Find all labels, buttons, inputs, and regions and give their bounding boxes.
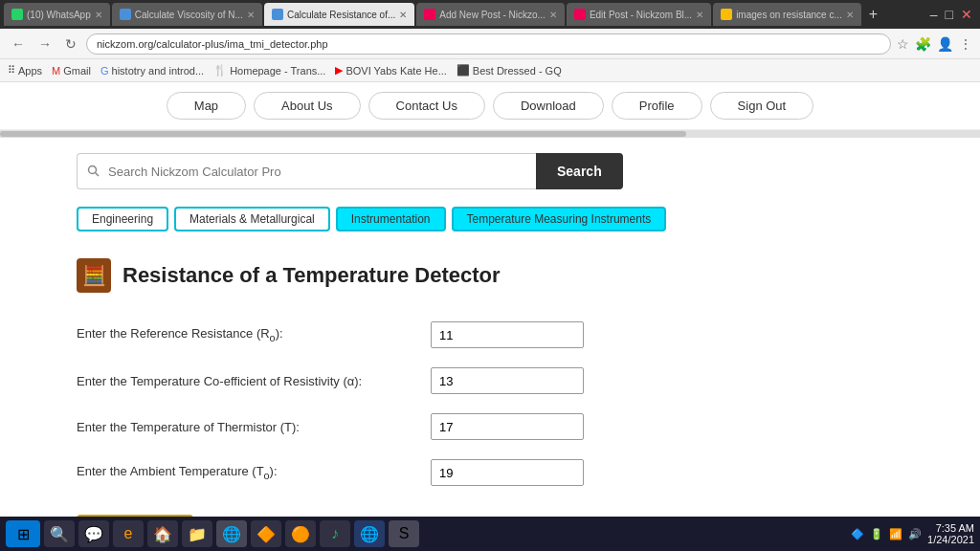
address-bar[interactable] — [86, 33, 891, 55]
profile-icon[interactable]: 👤 — [937, 36, 953, 52]
nav-map[interactable]: Map — [167, 92, 246, 120]
thermistor-temp-label: Enter the Temperature of Thermistor (T): — [77, 420, 431, 434]
taskbar-spotify[interactable]: ♪ — [320, 520, 350, 547]
tab-whatsapp[interactable]: (10) WhatsApp ✕ — [4, 3, 110, 26]
bluetooth-icon: 🔷 — [851, 528, 864, 540]
tab-close-icon[interactable]: ✕ — [549, 10, 557, 20]
taskbar-chrome2[interactable]: 🌐 — [354, 520, 385, 547]
tab-calc2[interactable]: Calculate Resistance of... ✕ — [264, 3, 414, 26]
taskbar-app1[interactable]: 🟠 — [285, 520, 316, 547]
tab-close-icon[interactable]: ✕ — [95, 10, 102, 20]
tab-favicon — [574, 9, 586, 20]
minimize-button[interactable]: – — [930, 7, 938, 22]
bookmark-bestdressed[interactable]: ⬛ Best Dressed - GQ — [457, 64, 562, 77]
taskbar-chrome[interactable]: 🌐 — [216, 520, 247, 547]
form-row-ambient: Enter the Ambient Temperature (To): — [77, 459, 903, 486]
tab-label: Calculate Resistance of... — [287, 10, 395, 20]
bookmark-label: Apps — [18, 65, 42, 77]
tab-editpost[interactable]: Edit Post - Nickzom Bl... ✕ — [567, 3, 711, 26]
tab-close-icon[interactable]: ✕ — [399, 10, 407, 20]
breadcrumb-materials[interactable]: Materials & Metallurgical — [174, 207, 330, 231]
bookmark-label: Homepage - Trans... — [230, 65, 325, 77]
nav-download[interactable]: Download — [493, 92, 604, 120]
tab-favicon — [120, 9, 131, 20]
calculator-icon: 🧮 — [82, 264, 106, 287]
bookmark-apps[interactable]: ⠿ Apps — [8, 64, 42, 77]
horizontal-scrollbar[interactable] — [0, 130, 980, 138]
taskbar: ⊞ 🔍 💬 e 🏠 📁 🌐 🔶 🟠 ♪ 🌐 S 🔷 🔋 📶 🔊 7:35 AM … — [0, 517, 980, 551]
breadcrumb-temperature-instruments[interactable]: Temperature Measuring Instruments — [452, 207, 667, 231]
bestdressed-icon: ⬛ — [457, 64, 470, 77]
temp-coefficient-label: Enter the Temperature Co-efficient of Re… — [77, 374, 431, 388]
tab-google[interactable]: images on resistance c... ✕ — [713, 3, 861, 26]
tab-close-icon[interactable]: ✕ — [846, 10, 854, 20]
taskbar-clock: 7:35 AM 1/24/2021 — [927, 522, 974, 545]
taskbar-right: 🔷 🔋 📶 🔊 7:35 AM 1/24/2021 — [851, 522, 974, 545]
bookmark-label: Best Dressed - GQ — [473, 65, 562, 77]
taskbar-home[interactable]: 🏠 — [147, 520, 178, 547]
translate-icon: 🍴 — [213, 64, 227, 77]
nav-signout[interactable]: Sign Out — [710, 92, 814, 120]
refresh-button[interactable]: ↻ — [61, 34, 80, 54]
taskbar-cortana[interactable]: 💬 — [78, 520, 109, 547]
taskbar-ie[interactable]: e — [113, 520, 144, 547]
new-tab-button[interactable]: + — [863, 6, 883, 23]
page-content: Map About Us Contact Us Download Profile… — [0, 82, 980, 551]
tab-favicon — [272, 9, 283, 20]
bookmark-history[interactable]: G histotry and introd... — [100, 65, 204, 77]
tab-label: images on resistance c... — [736, 10, 842, 20]
thermistor-temp-input[interactable] — [431, 413, 584, 440]
taskbar-vlc[interactable]: 🔶 — [251, 520, 281, 547]
search-input[interactable] — [77, 153, 536, 189]
taskbar-sapp[interactable]: S — [389, 520, 419, 547]
bookmark-bovi[interactable]: ▶ BOVI Yabs Kate He... — [335, 64, 446, 77]
page-title: Resistance of a Temperature Detector — [122, 263, 501, 288]
nav-profile[interactable]: Profile — [612, 92, 702, 120]
tab-calc1[interactable]: Calculate Viscosity of N... ✕ — [112, 3, 262, 26]
menu-icon[interactable]: ⋮ — [959, 36, 972, 52]
tab-bar: (10) WhatsApp ✕ Calculate Viscosity of N… — [0, 0, 980, 29]
temp-coefficient-input[interactable] — [431, 367, 584, 394]
form-row-thermistor: Enter the Temperature of Thermistor (T): — [77, 413, 903, 440]
tab-label: Calculate Viscosity of N... — [135, 10, 243, 20]
form-row-reference: Enter the Reference Resistance (Ro): — [77, 321, 903, 348]
site-nav: Map About Us Contact Us Download Profile… — [0, 82, 980, 130]
main-content: 🧮 Resistance of a Temperature Detector E… — [0, 239, 980, 551]
maximize-button[interactable]: □ — [946, 7, 953, 22]
nav-about[interactable]: About Us — [254, 92, 360, 120]
form-row-coefficient: Enter the Temperature Co-efficient of Re… — [77, 367, 903, 394]
breadcrumb-instrumentation[interactable]: Instrumentation — [336, 207, 446, 231]
volume-icon: 🔊 — [908, 528, 922, 540]
tab-favicon — [424, 9, 435, 20]
tab-addpost[interactable]: Add New Post - Nickzo... ✕ — [416, 3, 565, 26]
gmail-icon: M — [52, 65, 60, 77]
page-title-row: 🧮 Resistance of a Temperature Detector — [77, 258, 903, 293]
tab-close-icon[interactable]: ✕ — [247, 10, 255, 20]
nav-icons: ☆ 🧩 👤 ⋮ — [897, 36, 972, 52]
search-button[interactable]: Search — [536, 153, 623, 189]
breadcrumb-engineering[interactable]: Engineering — [77, 207, 168, 231]
ambient-temp-input[interactable] — [431, 459, 584, 486]
google-icon: G — [100, 65, 109, 77]
reference-resistance-label: Enter the Reference Resistance (Ro): — [77, 326, 431, 343]
tab-label: Edit Post - Nickzom Bl... — [590, 10, 692, 20]
back-button[interactable]: ← — [8, 34, 29, 54]
taskbar-search[interactable]: 🔍 — [44, 520, 75, 547]
reference-resistance-input[interactable] — [431, 321, 584, 348]
close-button[interactable]: ✕ — [961, 7, 972, 22]
ambient-temp-label: Enter the Ambient Temperature (To): — [77, 464, 431, 481]
wifi-icon: 📶 — [889, 528, 902, 540]
tab-close-icon[interactable]: ✕ — [696, 10, 703, 20]
taskbar-folder[interactable]: 📁 — [182, 520, 212, 547]
forward-button[interactable]: → — [34, 34, 56, 54]
bookmark-gmail[interactable]: M Gmail — [52, 65, 91, 77]
bookmark-homepage[interactable]: 🍴 Homepage - Trans... — [213, 64, 325, 77]
star-icon[interactable]: ☆ — [897, 36, 909, 52]
youtube-icon: ▶ — [335, 64, 343, 77]
bookmarks-bar: ⠿ Apps M Gmail G histotry and introd... … — [0, 59, 980, 82]
date-display: 1/24/2021 — [927, 534, 974, 545]
extension-icon[interactable]: 🧩 — [915, 36, 931, 52]
nav-contact[interactable]: Contact Us — [368, 92, 485, 120]
start-button[interactable]: ⊞ — [6, 520, 40, 547]
battery-icon: 🔋 — [870, 528, 883, 540]
